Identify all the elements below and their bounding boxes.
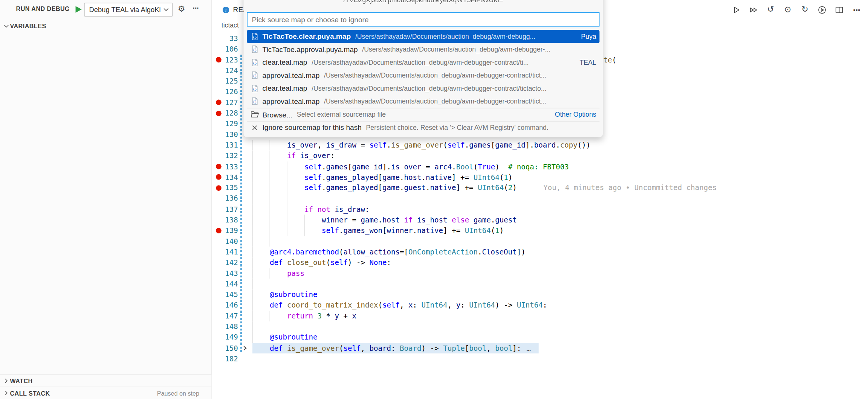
code-line[interactable]: 143 pass [212, 268, 868, 279]
quickpick-input[interactable] [247, 12, 599, 26]
breakpoint-gutter[interactable] [212, 215, 225, 225]
fold-chevron-icon[interactable] [243, 346, 248, 350]
code-content[interactable]: def coord_to_matrix_index(self, x: UInt6… [252, 300, 868, 311]
breakpoint-gutter[interactable] [212, 129, 225, 140]
code-content[interactable]: def close_out(self) -> None: [252, 257, 868, 268]
code-line[interactable]: 182 [212, 353, 868, 364]
quickpick-browse-item[interactable]: Browse... Select external sourcemap file… [247, 108, 599, 121]
breakpoint-gutter[interactable] [212, 119, 225, 129]
code-content[interactable]: self.games_played[game.host.native] += U… [252, 172, 868, 183]
start-debugging-button[interactable] [73, 5, 83, 14]
breakpoint-gutter[interactable] [212, 193, 225, 204]
breakpoint-gutter[interactable] [212, 65, 225, 76]
breakpoint-gutter[interactable] [212, 183, 225, 193]
breakpoint-gutter[interactable] [212, 289, 225, 300]
breakpoint-gutter[interactable] [212, 279, 225, 289]
code-content[interactable] [252, 321, 868, 332]
record-button[interactable]: ⊙ [783, 5, 793, 14]
quickpick-item[interactable]: {}clear.teal.map/Users/asthayadav/Docume… [247, 56, 599, 69]
breakpoint-gutter[interactable] [212, 343, 225, 353]
code-line[interactable]: 139 self.games_won[winner.native] += UIn… [212, 225, 868, 236]
code-line[interactable]: 140 [212, 236, 868, 247]
code-content[interactable] [252, 236, 868, 247]
code-content[interactable]: @arc4.baremethod(allow_actions=[OnComple… [252, 247, 868, 257]
code-content[interactable]: winner = game.host if is_host else game.… [252, 215, 868, 225]
quickpick-item[interactable]: {}TicTacToe.clear.puya.map/Users/asthaya… [247, 30, 599, 43]
code-line[interactable]: 138 winner = game.host if is_host else g… [212, 215, 868, 225]
code-content[interactable]: if is_over: [252, 151, 868, 161]
quickpick-item[interactable]: {}approval.teal.map/Users/asthayadav/Doc… [247, 69, 599, 82]
code-line[interactable]: 132 if is_over: [212, 151, 868, 161]
code-line[interactable]: 141 @arc4.baremethod(allow_actions=[OnCo… [212, 247, 868, 257]
code-line[interactable]: 146 def coord_to_matrix_index(self, x: U… [212, 300, 868, 311]
breakpoint-gutter[interactable] [212, 353, 225, 364]
quickpick-ignore-item[interactable]: Ignore sourcemap for this hash Persisten… [247, 121, 599, 134]
breakpoint-gutter[interactable] [212, 268, 225, 279]
code-content[interactable]: pass [252, 268, 868, 279]
code-content[interactable]: return 3 * y + x [252, 311, 868, 321]
breakpoint-gutter[interactable] [212, 225, 225, 236]
folded-code-ellipsis[interactable]: … [527, 344, 531, 352]
run-all-button[interactable] [749, 5, 758, 14]
code-line[interactable]: 135 self.games_played[game.guest.native]… [212, 183, 868, 193]
code-line[interactable]: 145 @subroutine [212, 289, 868, 300]
code-line[interactable]: 149 @subroutine [212, 332, 868, 343]
code-content[interactable]: @subroutine [252, 289, 868, 300]
code-content[interactable]: is_over, is_draw = self.is_game_over(sel… [252, 140, 868, 151]
code-content[interactable] [252, 193, 868, 204]
breakpoint-gutter[interactable] [212, 332, 225, 343]
more-actions-button[interactable]: ··· [851, 5, 861, 14]
breakpoint-gutter[interactable] [212, 44, 225, 55]
sidebar-more-actions-icon[interactable]: ··· [193, 3, 199, 12]
debug-config-select[interactable]: Debug TEAL via AlgoKi [84, 3, 173, 17]
code-content[interactable] [252, 279, 868, 289]
variables-section-header[interactable]: VARIABLES [0, 20, 211, 32]
breakpoint-gutter[interactable] [212, 257, 225, 268]
step-back-button[interactable]: ↺ [766, 5, 775, 14]
breakpoint-gutter[interactable] [212, 300, 225, 311]
code-content[interactable]: def is_game_over(self, board: Board) -> … [252, 343, 868, 353]
breakpoint-gutter[interactable] [212, 236, 225, 247]
call-stack-section-header[interactable]: CALL STACK Paused on step [0, 387, 211, 399]
breakpoint-gutter[interactable] [212, 140, 225, 151]
breakpoint-gutter[interactable] [212, 55, 225, 65]
code-line[interactable]: 134 self.games_played[game.host.native] … [212, 172, 868, 183]
continue-button[interactable] [817, 5, 827, 14]
code-line[interactable]: 133 self.games[game_id].is_over = arc4.B… [212, 161, 868, 172]
quickpick-item[interactable]: {}TicTacToe.approval.puya.map/Users/asth… [247, 43, 599, 56]
breakpoint-gutter[interactable] [212, 108, 225, 119]
code-content[interactable]: self.games_played[game.guest.native] += … [252, 183, 868, 193]
run-file-button[interactable] [731, 5, 741, 14]
breakpoint-gutter[interactable] [212, 321, 225, 332]
code-line[interactable]: 147 return 3 * y + x [212, 311, 868, 321]
code-line[interactable]: 131 is_over, is_draw = self.is_game_over… [212, 140, 868, 151]
split-editor-button[interactable] [834, 5, 844, 14]
breakpoint-gutter[interactable] [212, 151, 225, 161]
code-line[interactable]: 142 def close_out(self) -> None: [212, 257, 868, 268]
breakpoint-gutter[interactable] [212, 87, 225, 97]
quickpick-item[interactable]: {}clear.teal.map/Users/asthayadav/Docume… [247, 82, 599, 95]
code-content[interactable]: @subroutine [252, 332, 868, 343]
gear-icon[interactable]: ⚙ [178, 4, 185, 14]
code-line[interactable]: 136 [212, 193, 868, 204]
watch-section-header[interactable]: WATCH [0, 375, 211, 387]
breadcrumb-item[interactable]: tictact [222, 21, 239, 29]
code-content[interactable]: self.games[game_id].is_over = arc4.Bool(… [252, 161, 868, 172]
code-line[interactable]: 148 [212, 321, 868, 332]
breakpoint-gutter[interactable] [212, 161, 225, 172]
code-content[interactable]: self.games_won[winner.native] += UInt64(… [252, 225, 868, 236]
code-content[interactable]: if not is_draw: [252, 204, 868, 215]
breakpoint-gutter[interactable] [212, 172, 225, 183]
breakpoint-gutter[interactable] [212, 76, 225, 87]
code-content[interactable] [252, 353, 868, 364]
step-forward-button[interactable]: ↻ [800, 5, 810, 14]
quickpick-item[interactable]: {}approval.teal.map/Users/asthayadav/Doc… [247, 95, 599, 108]
code-line[interactable]: 137 if not is_draw: [212, 204, 868, 215]
breakpoint-gutter[interactable] [212, 33, 225, 44]
breakpoint-gutter[interactable] [212, 97, 225, 108]
code-line[interactable]: 144 [212, 279, 868, 289]
breakpoint-gutter[interactable] [212, 204, 225, 215]
breakpoint-gutter[interactable] [212, 311, 225, 321]
breakpoint-gutter[interactable] [212, 247, 225, 257]
editor-tab[interactable]: i REA [212, 0, 248, 19]
